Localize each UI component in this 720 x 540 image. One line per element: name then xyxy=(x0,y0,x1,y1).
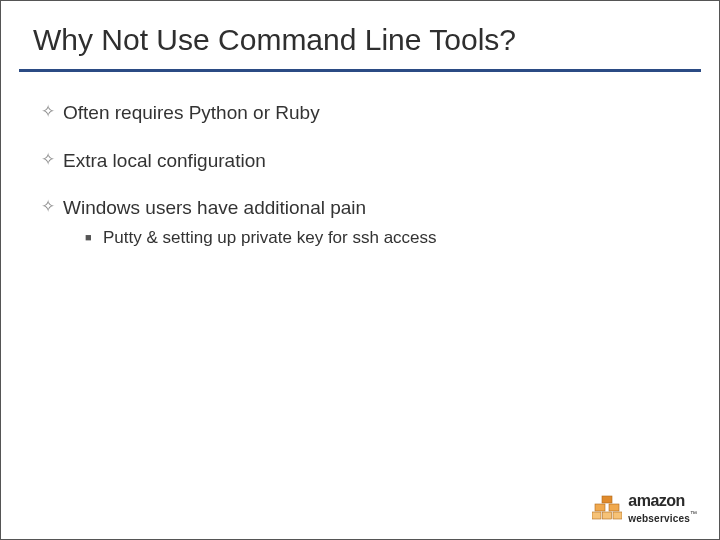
svg-rect-0 xyxy=(602,496,612,503)
svg-rect-2 xyxy=(609,504,619,511)
aws-logo-icon xyxy=(592,494,622,524)
bullet-text: Windows users have additional pain xyxy=(63,195,366,221)
bullet-text: Extra local configuration xyxy=(63,148,266,174)
trademark-symbol: ™ xyxy=(690,510,697,517)
slide-body: ✧ Often requires Python or Ruby ✧ Extra … xyxy=(1,72,719,250)
slide: Why Not Use Command Line Tools? ✧ Often … xyxy=(0,0,720,540)
square-bullet-icon: ■ xyxy=(85,227,103,248)
diamond-bullet-icon: ✧ xyxy=(41,195,63,219)
svg-rect-5 xyxy=(613,512,622,519)
slide-title: Why Not Use Command Line Tools? xyxy=(1,1,719,63)
aws-logo-line1: amazon xyxy=(628,493,697,509)
bullet-item: ✧ Extra local configuration xyxy=(41,148,679,174)
diamond-bullet-icon: ✧ xyxy=(41,100,63,124)
aws-logo: amazon webservices™ xyxy=(592,493,697,525)
aws-logo-text: amazon webservices™ xyxy=(628,493,697,525)
svg-rect-3 xyxy=(592,512,601,519)
bullet-text: Often requires Python or Ruby xyxy=(63,100,320,126)
svg-rect-1 xyxy=(595,504,605,511)
sub-bullet-text: Putty & setting up private key for ssh a… xyxy=(103,227,437,250)
sub-bullet-item: ■ Putty & setting up private key for ssh… xyxy=(85,227,679,250)
bullet-item: ✧ Often requires Python or Ruby xyxy=(41,100,679,126)
bullet-item: ✧ Windows users have additional pain xyxy=(41,195,679,221)
diamond-bullet-icon: ✧ xyxy=(41,148,63,172)
svg-rect-4 xyxy=(603,512,612,519)
aws-logo-line2: webservices xyxy=(628,513,690,524)
sub-bullets: ■ Putty & setting up private key for ssh… xyxy=(41,227,679,250)
